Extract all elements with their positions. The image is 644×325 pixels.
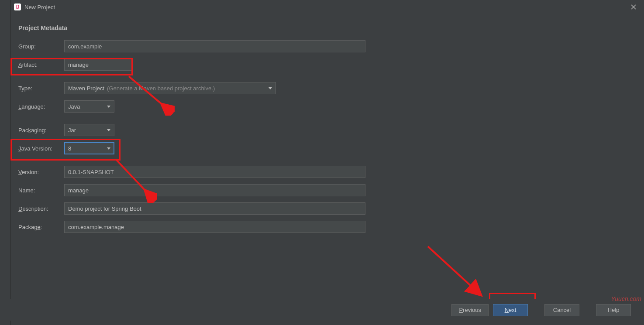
chevron-down-icon [107,147,110,150]
label-group: Group: [18,43,64,50]
label-package: Package: [18,224,64,230]
version-input[interactable] [64,166,365,178]
label-version: Version: [18,169,64,175]
titlebar: IJ New Project [10,0,644,14]
row-version: Version: [18,166,636,178]
watermark: Yuucn.com [611,295,641,302]
row-description: Description: [18,202,636,215]
label-artifact: Artifact: [18,62,64,68]
close-button[interactable] [627,0,641,14]
package-input[interactable] [64,221,365,233]
chevron-down-icon [269,87,272,89]
label-type: Type: [18,85,64,92]
type-select-value: Maven Project [68,85,104,92]
row-package: Package: [18,221,636,233]
label-java-version: Java Version: [18,145,64,152]
language-select[interactable]: Java [64,100,114,113]
help-button[interactable]: Help [596,304,631,316]
chevron-down-icon [107,106,110,108]
name-input[interactable] [64,184,365,196]
language-select-value: Java [68,103,80,110]
section-title: Project Metadata [18,24,636,31]
background-strip [0,0,10,325]
java-version-select-value: 8 [68,145,71,152]
label-name: Name: [18,187,64,194]
label-description: Description: [18,205,64,212]
row-java-version: Java Version: 8 [18,142,636,154]
row-group: Group: [18,40,636,52]
window-title: New Project [24,4,55,10]
chevron-down-icon [107,129,110,131]
intellij-icon: IJ [14,3,21,10]
type-select[interactable]: Maven Project (Generate a Maven based pr… [64,82,276,94]
java-version-select[interactable]: 8 [64,142,114,154]
packaging-select-value: Jar [68,127,76,133]
type-select-hint: (Generate a Maven based project archive.… [107,85,215,92]
cancel-button[interactable]: Cancel [544,304,579,316]
new-project-dialog: IJ New Project Project Metadata Group: A… [10,0,644,325]
row-language: Language: Java [18,100,636,113]
close-icon [631,4,636,10]
row-type: Type: Maven Project (Generate a Maven ba… [18,82,636,94]
label-packaging: Packaging: [18,127,64,133]
description-input[interactable] [64,202,365,215]
dialog-content: Project Metadata Group: Artifact: Type: … [10,14,644,233]
packaging-select[interactable]: Jar [64,124,114,136]
next-button[interactable]: Next [493,304,528,316]
row-packaging: Packaging: Jar [18,124,636,136]
row-name: Name: [18,184,636,196]
row-artifact: Artifact: [18,58,636,71]
button-bar: Previous Next Cancel Help [10,299,644,321]
previous-button[interactable]: Previous [451,304,489,316]
label-language: Language: [18,103,64,110]
artifact-input[interactable] [64,58,132,71]
group-input[interactable] [64,40,365,52]
